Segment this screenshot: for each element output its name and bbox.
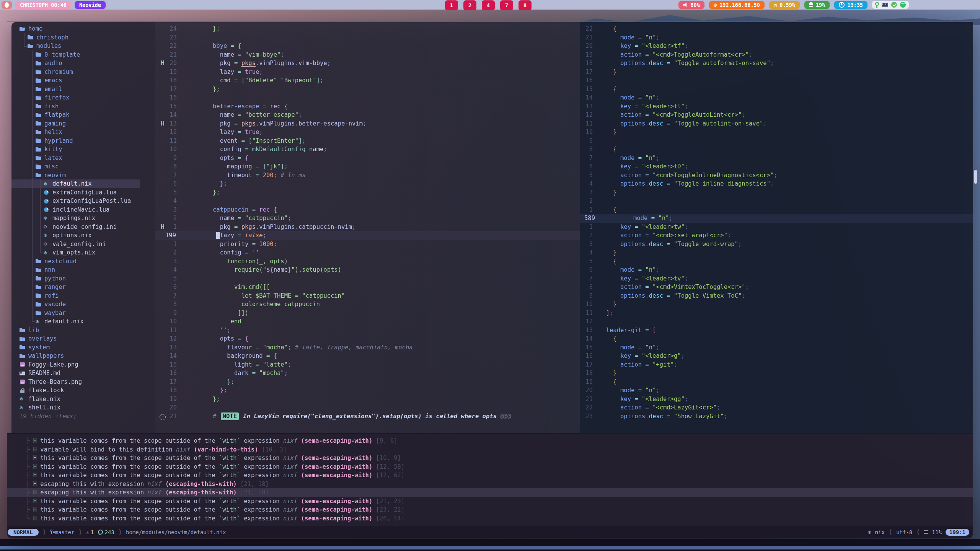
code-line[interactable]: 20 mode = "n"; <box>580 386 973 395</box>
code-line[interactable]: 14 background = { <box>155 352 580 360</box>
code-line[interactable]: 22 bbye = { <box>155 42 580 51</box>
warning-count[interactable]: ⚠1 <box>86 529 94 535</box>
code-line[interactable]: 21 name = "vim-bbye"; <box>155 51 580 59</box>
code-line[interactable]: 8 action = "<cmd>VimtexTocToggle<cr>"; <box>580 283 973 292</box>
code-line[interactable]: 15 better-escape = rec { <box>155 102 580 111</box>
code-line[interactable]: 20 key = "<leader>tf"; <box>580 42 973 51</box>
code-line[interactable]: 14 name = "better_escape"; <box>155 111 580 119</box>
code-line[interactable]: H20 pkg = pkgs.vimPlugins.vim-bbye; <box>155 59 580 68</box>
tree-item-hyprland[interactable]: hyprland <box>11 137 132 145</box>
code-line[interactable]: 16 key = "<leader>g"; <box>580 352 973 360</box>
diagnostic-row[interactable]: ├ H this variable comes from the scope o… <box>7 437 973 445</box>
code-line[interactable]: 17 action = "+git"; <box>580 360 973 369</box>
tree-item-latex[interactable]: latex <box>11 154 132 163</box>
code-line[interactable]: 18 }; <box>155 386 580 395</box>
code-line[interactable]: 12 action = "<cmd>ToggleAutoLint<cr>"; <box>580 111 973 119</box>
code-line[interactable]: H13 pkg = pkgs.vimPlugins.better-escape-… <box>155 119 580 128</box>
tree-item-flake.lock[interactable]: flake.lock <box>11 386 116 395</box>
code-line[interactable]: 14 mode = "n"; <box>580 93 973 102</box>
tree-item-waybar[interactable]: waybar <box>11 309 132 318</box>
tree-item-gaming[interactable]: gaming <box>11 119 132 128</box>
code-line[interactable]: 3 } <box>580 188 973 197</box>
code-line[interactable]: 17 }; <box>155 85 580 94</box>
diagnostic-row[interactable]: ├ H variable will bind to this definitio… <box>7 445 973 454</box>
diagnostic-row[interactable]: ├ H this variable comes from the scope o… <box>7 497 973 506</box>
workspace-tag-4[interactable]: 4 <box>482 0 495 10</box>
code-line[interactable]: 4 } <box>580 248 973 257</box>
tree-item-helix[interactable]: helix <box>11 128 132 137</box>
tree-item-audio[interactable]: audio <box>11 59 132 68</box>
code-line[interactable]: 9 opts = { <box>155 154 580 163</box>
tree-item-mappings.nix[interactable]: ❄mappings.nix <box>11 214 140 223</box>
code-line[interactable]: 589 mode = "n"; <box>580 214 973 223</box>
code-line[interactable]: 18 options.desc = "Toggle autoformat-on-… <box>580 59 973 68</box>
tree-item-email[interactable]: email <box>11 85 132 94</box>
code-line[interactable]: 9 ]]) <box>155 309 580 318</box>
tree-item-0_template[interactable]: 0_template <box>11 51 132 59</box>
tree-item-extraConfigLuaPost.lua[interactable]: extraConfigLuaPost.lua <box>11 197 140 205</box>
code-line[interactable]: 23 options.desc = "Show LazyGit"; <box>580 412 973 421</box>
workspace-tag-8[interactable]: 8 <box>519 0 532 10</box>
code-line[interactable]: 4 require("${name}").setup(opts) <box>155 266 580 274</box>
code-line[interactable]: 16 dark = "mocha"; <box>155 369 580 378</box>
code-line[interactable]: 1 priority = 1000; <box>155 240 580 249</box>
code-line[interactable]: 22 action = "<cmd>LazyGit<cr>"; <box>580 403 973 412</box>
code-line[interactable]: 18 } <box>580 369 973 378</box>
tree-item-fish[interactable]: fish <box>11 102 132 111</box>
distro-logo-badge[interactable] <box>2 1 12 9</box>
workspace-tag-7[interactable]: 7 <box>500 0 513 10</box>
diagnostic-row[interactable]: ├ H this variable comes from the scope o… <box>7 454 973 463</box>
code-line[interactable]: 24 }; <box>155 24 580 33</box>
code-line[interactable]: 19 lazy = true; <box>155 68 580 77</box>
code-line[interactable]: 1 key = "<leader>tw"; <box>580 223 973 231</box>
code-line[interactable]: 7 timeout = 200; # In ms <box>155 171 580 180</box>
code-line[interactable]: 7 let $BAT_THEME = "catppuccin" <box>155 292 580 300</box>
tree-item-vim_opts.nix[interactable]: ❄vim_opts.nix <box>11 248 140 257</box>
code-line[interactable]: 13 key = "<leader>tl"; <box>580 102 973 111</box>
tree-item-neovim[interactable]: neovim <box>11 171 132 180</box>
code-line[interactable]: 21 key = "<leader>gg"; <box>580 395 973 404</box>
tree-item-misc[interactable]: misc <box>11 162 132 171</box>
code-line[interactable]: 5 { <box>580 257 973 266</box>
diagnostic-row[interactable]: ├ H this variable comes from the scope o… <box>7 463 973 471</box>
git-branch[interactable]: master <box>50 529 75 535</box>
code-line[interactable]: 12 <box>580 317 973 326</box>
diagnostic-row[interactable]: ├ H this variable comes from the scope o… <box>7 505 973 514</box>
code-line[interactable]: 2 <box>580 197 973 205</box>
tree-item-flake.nix[interactable]: ❄flake.nix <box>11 395 116 404</box>
code-line[interactable]: 8 mapping = ["jk"]; <box>155 162 580 171</box>
code-line[interactable]: 10 } <box>580 128 973 137</box>
code-line[interactable]: 2 config = '' <box>155 248 580 257</box>
tree-item-chromium[interactable]: chromium <box>11 68 132 77</box>
check-tray-icon[interactable] <box>891 2 897 8</box>
tree-item-Three-Bears.png[interactable]: Three-Bears.png <box>11 378 116 386</box>
diagnostic-row[interactable]: ├ H escaping this with expression nixf (… <box>7 480 973 489</box>
tree-item-vale_config.ini[interactable]: ⚙vale_config.ini <box>11 240 140 249</box>
diagnostic-row[interactable]: ├ H this variable comes from the scope o… <box>7 471 973 480</box>
code-line[interactable]: 13 flavour = "mocha"; # latte, frappe, m… <box>155 343 580 352</box>
tree-item-README.md[interactable]: README.md <box>11 369 116 378</box>
code-line[interactable]: 14 { <box>580 334 973 343</box>
code-line[interactable]: 11 options.desc = "Toggle autolint-on-sa… <box>580 119 973 128</box>
code-line[interactable]: 7 key = "<leader>tv"; <box>580 274 973 283</box>
code-line[interactable]: 18 cmd = ["Bdelete" "Bwipeout"]; <box>155 76 580 85</box>
globe-status-badge[interactable]: ⊕192.168.86.50 <box>709 1 765 9</box>
tree-item-default.nix[interactable]: ❄default.nix <box>11 317 132 326</box>
code-line[interactable]: 11 ''; <box>155 326 580 335</box>
tree-item-emacs[interactable]: emacs <box>11 76 132 85</box>
code-line[interactable]: 2 action = "<cmd>:set wrap!<cr>"; <box>580 231 973 240</box>
code-line[interactable]: H1 pkg = pkgs.vimPlugins.catppuccin-nvim… <box>155 223 580 231</box>
code-line[interactable]: 4 options.desc = "Toggle inline diagnost… <box>580 179 973 188</box>
code-line[interactable]: 3 function(_, opts) <box>155 257 580 266</box>
tree-item-ranger[interactable]: ranger <box>11 283 132 292</box>
code-line[interactable]: 12 opts = { <box>155 334 580 343</box>
code-line[interactable]: 19 { <box>580 378 973 386</box>
code-line[interactable]: 22 { <box>580 24 973 33</box>
diagnostic-row[interactable]: └ H this variable comes from the scope o… <box>7 514 973 523</box>
code-line[interactable]: 20 <box>155 403 580 412</box>
code-line[interactable]: 17 }; <box>155 378 580 386</box>
tree-item-default.nix[interactable]: ❄default.nix <box>11 179 140 188</box>
tree-item-system[interactable]: system <box>11 343 116 352</box>
code-line[interactable]: i21 # NOTE In LazyVim require("clang_ext… <box>155 412 580 421</box>
code-line[interactable]: 19 action = "<cmd>ToggleAutoformat<cr>"; <box>580 51 973 59</box>
